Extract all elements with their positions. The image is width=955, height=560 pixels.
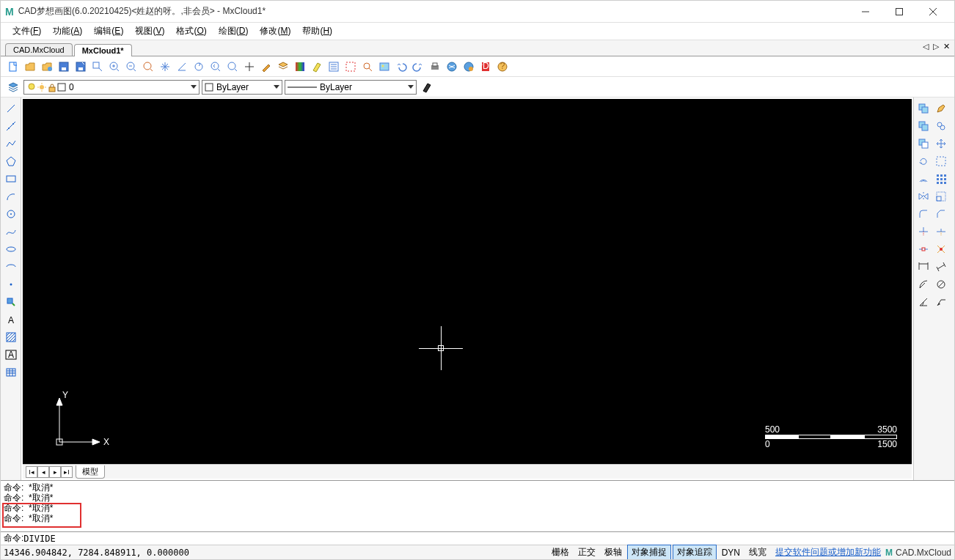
zoom-out-icon[interactable] — [123, 59, 139, 75]
rectangle-icon[interactable] — [3, 171, 19, 187]
circle-icon[interactable] — [3, 206, 19, 222]
zoom-previous-icon[interactable] — [208, 59, 224, 75]
paste-icon[interactable] — [915, 136, 932, 152]
otrack-toggle[interactable]: 对象追踪 — [673, 545, 717, 560]
explode-icon[interactable] — [933, 241, 949, 257]
extend-icon[interactable] — [933, 224, 949, 240]
pan-icon[interactable] — [157, 59, 173, 75]
fillet-icon[interactable] — [915, 206, 932, 222]
leader-icon[interactable] — [933, 294, 949, 310]
measure-angle-icon[interactable] — [174, 59, 190, 75]
dim-angular-icon[interactable] — [915, 294, 932, 310]
brush-icon[interactable] — [258, 59, 274, 75]
menu-a[interactable]: 功能(A) — [47, 23, 88, 39]
color-combo[interactable]: ByLayer — [202, 80, 282, 95]
gradient-icon[interactable] — [292, 59, 308, 75]
select-box-icon[interactable] — [933, 153, 949, 169]
tab-close-icon[interactable]: ✕ — [942, 42, 951, 51]
globe-gear-icon[interactable] — [461, 59, 477, 75]
properties-icon[interactable] — [326, 59, 342, 75]
command-input[interactable] — [23, 534, 951, 544]
tab-next-icon[interactable]: ▷ — [932, 42, 940, 51]
tab-first-icon[interactable]: I◂ — [26, 466, 37, 478]
point-icon[interactable] — [3, 276, 19, 292]
open-cloud-icon[interactable] — [39, 59, 55, 75]
table-icon[interactable] — [3, 364, 19, 380]
open-file-icon[interactable] — [22, 59, 38, 75]
link-icon[interactable] — [933, 118, 949, 134]
arc-icon[interactable] — [3, 188, 19, 205]
line-icon[interactable] — [3, 100, 19, 117]
zoom-in-icon[interactable] — [106, 59, 122, 75]
rotate-icon[interactable] — [915, 153, 932, 169]
new-file-icon[interactable] — [5, 59, 21, 75]
polar-toggle[interactable]: 极轴 — [601, 545, 626, 559]
grid-toggle[interactable]: 栅格 — [548, 545, 573, 559]
feedback-link[interactable]: 提交软件问题或增加新功能 — [775, 546, 881, 559]
copy-clip-icon[interactable] — [915, 118, 932, 134]
block-insert-icon[interactable] — [3, 294, 19, 310]
globe-refresh-icon[interactable] — [444, 59, 460, 75]
redo-icon[interactable] — [410, 59, 426, 75]
scale-icon[interactable] — [933, 188, 949, 205]
xline-icon[interactable] — [3, 118, 19, 134]
move-icon[interactable] — [933, 136, 949, 152]
highlight-icon[interactable] — [309, 59, 325, 75]
zoom-window-icon[interactable] — [89, 59, 106, 75]
ellipse-arc-icon[interactable] — [3, 259, 19, 275]
model-tab[interactable]: 模型 — [76, 465, 105, 479]
break-icon[interactable] — [915, 241, 932, 257]
hatch-icon[interactable] — [3, 329, 19, 345]
chamfer-icon[interactable] — [933, 206, 949, 222]
help-icon[interactable]: ? — [494, 59, 511, 75]
polyline-icon[interactable] — [3, 136, 19, 152]
edit-pen-icon[interactable] — [933, 100, 949, 117]
layers-icon[interactable] — [275, 59, 291, 75]
menu-m[interactable]: 修改(M) — [254, 23, 296, 39]
text-single-icon[interactable]: A — [3, 312, 19, 328]
save-as-icon[interactable] — [73, 59, 89, 75]
dim-diameter-icon[interactable] — [933, 276, 949, 292]
close-button[interactable] — [916, 1, 950, 23]
regen-icon[interactable] — [191, 59, 207, 75]
menu-o[interactable]: 格式(O) — [170, 23, 212, 39]
trim-icon[interactable] — [915, 224, 932, 240]
ortho-toggle[interactable]: 正交 — [574, 545, 599, 559]
image-icon[interactable] — [376, 59, 392, 75]
menu-d[interactable]: 绘图(D) — [213, 23, 255, 39]
zoom-extents-icon[interactable] — [140, 59, 156, 75]
find-icon[interactable] — [359, 59, 376, 75]
osnap-toggle[interactable]: 对象捕捉 — [627, 545, 671, 560]
menu-f[interactable]: 文件(F) — [7, 23, 47, 39]
polygon-icon[interactable] — [3, 153, 19, 169]
drawing-canvas[interactable]: Y X 5003500 01500 — [23, 99, 912, 464]
dim-aligned-icon[interactable] — [933, 259, 949, 275]
select-rainbow-icon[interactable] — [343, 59, 359, 75]
menu-h[interactable]: 帮助(H) — [296, 23, 338, 39]
menu-v[interactable]: 视图(V) — [129, 23, 170, 39]
offset-icon[interactable] — [915, 171, 932, 187]
dim-radius-icon[interactable] — [915, 276, 932, 292]
tab-next-icon[interactable]: ▸ — [49, 466, 61, 478]
pdf-icon[interactable]: PDF — [477, 59, 494, 75]
tab-prev-icon[interactable]: ◂ — [37, 466, 49, 478]
array-icon[interactable] — [933, 171, 949, 187]
layer-manager-icon[interactable] — [5, 79, 21, 95]
tab-last-icon[interactable]: ▸I — [61, 466, 73, 478]
save-icon[interactable] — [56, 59, 72, 75]
maximize-button[interactable] — [882, 1, 916, 23]
doc-tab[interactable]: MxCloud1* — [74, 44, 132, 56]
zoom-realtime-icon[interactable] — [224, 59, 241, 75]
linetype-combo[interactable]: ByLayer — [285, 80, 417, 95]
minimize-button[interactable] — [849, 1, 882, 23]
mtext-icon[interactable]: A — [3, 347, 19, 363]
tab-prev-icon[interactable]: ◁ — [921, 42, 930, 51]
command-line[interactable]: 命令: — [1, 531, 954, 545]
copy-icon[interactable] — [915, 100, 932, 117]
crosshair-icon[interactable] — [241, 59, 257, 75]
menu-e[interactable]: 编辑(E) — [88, 23, 129, 39]
ellipse-icon[interactable] — [3, 241, 19, 257]
lwt-toggle[interactable]: 线宽 — [745, 545, 770, 559]
undo-icon[interactable] — [393, 59, 409, 75]
dyn-toggle[interactable]: DYN — [718, 547, 744, 559]
